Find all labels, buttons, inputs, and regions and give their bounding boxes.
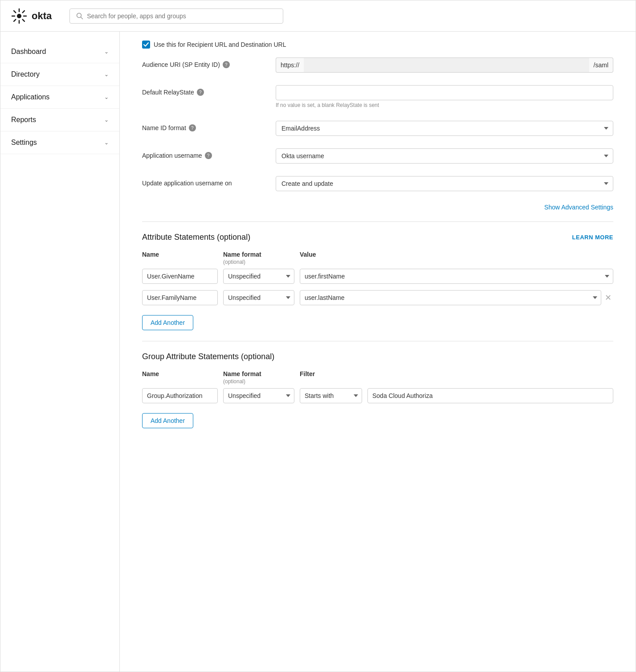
attr-value-wrapper-2: user.lastName ✕ xyxy=(300,290,613,305)
group-attribute-statements-title: Group Attribute Statements (optional) xyxy=(142,352,274,361)
audience-uri-label: Audience URI (SP Entity ID) ? xyxy=(142,57,267,68)
attribute-table-headers: Name Name format (optional) Value xyxy=(142,251,613,265)
divider-1 xyxy=(142,221,613,222)
app-username-row: Application username ? Okta username xyxy=(142,148,613,164)
col-value-header: Value xyxy=(300,251,613,265)
attribute-row-2: Unspecified user.lastName ✕ xyxy=(142,290,613,305)
svg-line-7 xyxy=(23,11,24,12)
col-name-header: Name xyxy=(142,251,218,265)
attribute-statements-learn-more[interactable]: LEARN MORE xyxy=(572,234,613,241)
group-attribute-table-headers: Name Name format (optional) Filter xyxy=(142,370,613,385)
update-username-label: Update application username on xyxy=(142,176,267,187)
recipient-url-checkbox-label: Use this for Recipient URL and Destinati… xyxy=(154,41,286,48)
add-another-attribute-button[interactable]: Add Another xyxy=(142,315,193,330)
relay-state-hint: If no value is set, a blank RelayState i… xyxy=(276,102,613,108)
relay-state-help-icon[interactable]: ? xyxy=(197,89,204,96)
attribute-statements-title: Attribute Statements (optional) xyxy=(142,233,250,242)
attr-value-select-2[interactable]: user.lastName xyxy=(300,290,601,305)
app-username-help-icon[interactable]: ? xyxy=(205,152,212,159)
attribute-statements-header: Attribute Statements (optional) LEARN MO… xyxy=(142,233,613,242)
attr-value-select-1[interactable]: user.firstName xyxy=(300,269,613,284)
okta-logo-icon xyxy=(11,8,27,24)
audience-uri-help-icon[interactable]: ? xyxy=(223,61,230,68)
sidebar-item-label: Applications xyxy=(11,93,49,101)
search-bar[interactable] xyxy=(69,8,283,24)
audience-middle-input[interactable] xyxy=(304,57,589,73)
group-attr-format-select-1[interactable]: Unspecified xyxy=(223,388,294,403)
logo-area: okta xyxy=(11,8,52,24)
audience-input-wrapper: https:// /saml xyxy=(276,57,613,73)
app-username-label: Application username ? xyxy=(142,148,267,159)
group-filter-type-select-1[interactable]: Starts with xyxy=(300,388,362,403)
chevron-down-icon: ⌄ xyxy=(104,94,109,100)
name-id-help-icon[interactable]: ? xyxy=(189,124,196,131)
sidebar-item-directory[interactable]: Directory ⌄ xyxy=(0,63,119,86)
advanced-settings-link[interactable]: Show Advanced Settings xyxy=(544,204,613,211)
sidebar: Dashboard ⌄ Directory ⌄ Applications ⌄ R… xyxy=(0,32,120,672)
svg-line-6 xyxy=(23,19,24,21)
attr-value-wrapper-1: user.firstName xyxy=(300,269,613,284)
relay-state-label: Default RelayState ? xyxy=(142,85,267,96)
chevron-down-icon: ⌄ xyxy=(104,139,109,146)
audience-uri-control: https:// /saml xyxy=(276,57,613,73)
sidebar-item-settings[interactable]: Settings ⌄ xyxy=(0,131,119,154)
sidebar-item-applications[interactable]: Applications ⌄ xyxy=(0,86,119,109)
name-id-select[interactable]: EmailAddress xyxy=(276,121,613,136)
update-username-control: Create and update xyxy=(276,176,613,191)
svg-line-10 xyxy=(81,17,83,19)
recipient-url-checkbox-row: Use this for Recipient URL and Destinati… xyxy=(142,41,613,49)
content-area: Use this for Recipient URL and Destinati… xyxy=(120,32,636,672)
search-icon xyxy=(76,12,83,20)
col-name-format-header: Name format (optional) xyxy=(223,251,294,265)
audience-prefix: https:// xyxy=(276,57,304,73)
recipient-url-checkbox[interactable] xyxy=(142,41,150,49)
name-id-label: Name ID format ? xyxy=(142,121,267,131)
attr-format-select-1[interactable]: Unspecified xyxy=(223,269,294,284)
checkmark-icon xyxy=(143,42,149,47)
app-username-select[interactable]: Okta username xyxy=(276,148,613,164)
group-col-name-format-header: Name format (optional) xyxy=(223,370,294,385)
sidebar-item-label: Settings xyxy=(11,139,37,147)
group-attribute-row-1: Unspecified Starts with xyxy=(142,388,613,403)
app-container: okta Dashboard ⌄ Directory ⌄ Application… xyxy=(0,0,636,672)
svg-line-5 xyxy=(14,11,16,12)
sidebar-item-label: Directory xyxy=(11,70,40,78)
name-id-row: Name ID format ? EmailAddress xyxy=(142,121,613,136)
relay-state-input[interactable] xyxy=(276,85,613,100)
group-col-filter-header: Filter xyxy=(300,370,613,385)
logo-text: okta xyxy=(32,10,52,22)
relay-state-control: If no value is set, a blank RelayState i… xyxy=(276,85,613,108)
advanced-settings-row: Show Advanced Settings xyxy=(142,204,613,211)
attr-name-input-1[interactable] xyxy=(142,269,218,284)
group-attr-name-input-1[interactable] xyxy=(142,388,218,403)
sidebar-item-reports[interactable]: Reports ⌄ xyxy=(0,109,119,131)
attr-name-input-2[interactable] xyxy=(142,290,218,305)
sidebar-item-label: Reports xyxy=(11,116,36,124)
update-username-row: Update application username on Create an… xyxy=(142,176,613,191)
audience-suffix: /saml xyxy=(589,57,613,73)
remove-attr-row-2-button[interactable]: ✕ xyxy=(603,292,613,303)
add-another-group-attribute-button[interactable]: Add Another xyxy=(142,413,193,428)
svg-line-8 xyxy=(14,19,16,21)
update-username-select[interactable]: Create and update xyxy=(276,176,613,191)
group-col-name-header: Name xyxy=(142,370,218,385)
svg-point-0 xyxy=(17,14,21,18)
top-nav: okta xyxy=(0,0,636,32)
attribute-row-1: Unspecified user.firstName xyxy=(142,269,613,284)
sidebar-item-label: Dashboard xyxy=(11,48,46,56)
search-input[interactable] xyxy=(87,12,277,20)
chevron-down-icon: ⌄ xyxy=(104,71,109,78)
divider-2 xyxy=(142,341,613,341)
attr-format-select-2[interactable]: Unspecified xyxy=(223,290,294,305)
app-username-control: Okta username xyxy=(276,148,613,164)
group-attribute-statements-header: Group Attribute Statements (optional) xyxy=(142,352,613,361)
chevron-down-icon: ⌄ xyxy=(104,49,109,55)
audience-uri-row: Audience URI (SP Entity ID) ? https:// /… xyxy=(142,57,613,73)
relay-state-row: Default RelayState ? If no value is set,… xyxy=(142,85,613,108)
name-id-control: EmailAddress xyxy=(276,121,613,136)
main-layout: Dashboard ⌄ Directory ⌄ Applications ⌄ R… xyxy=(0,32,636,672)
chevron-down-icon: ⌄ xyxy=(104,117,109,123)
sidebar-item-dashboard[interactable]: Dashboard ⌄ xyxy=(0,41,119,63)
group-filter-value-input-1[interactable] xyxy=(367,388,613,403)
